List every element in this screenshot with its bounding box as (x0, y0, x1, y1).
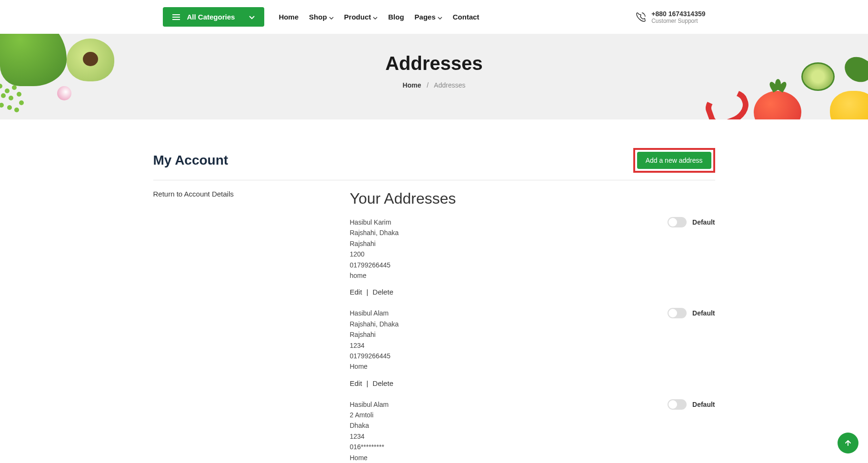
chevron-down-icon (438, 13, 442, 21)
menu-item-contact[interactable]: Contact (453, 13, 479, 21)
address-postal: 1200 (350, 249, 399, 259)
radish-decoration (57, 86, 71, 100)
chevron-down-icon (249, 13, 255, 21)
address-postal: 1234 (350, 431, 389, 442)
address-actions: Edit | Delete (350, 288, 715, 296)
address-block: Hasibul Karim Rajshahi, Dhaka Rajshahi 1… (350, 217, 715, 296)
delete-link[interactable]: Delete (373, 288, 393, 296)
default-toggle[interactable] (668, 399, 687, 410)
address-row: Hasibul Alam Rajshahi, Dhaka Rajshahi 12… (350, 308, 715, 372)
breadcrumb-current: Addresses (434, 81, 465, 89)
menu-item-home[interactable]: Home (279, 13, 299, 21)
address-type: Home (350, 453, 389, 463)
default-label: Default (692, 218, 715, 226)
default-label: Default (692, 309, 715, 317)
delete-link[interactable]: Delete (373, 379, 393, 387)
addresses-title: Your Addresses (350, 190, 715, 207)
address-name: Hasibul Alam (350, 399, 389, 410)
menu-link-blog[interactable]: Blog (388, 13, 404, 21)
address-phone: 01799266445 (350, 260, 399, 270)
address-phone: 01799266445 (350, 351, 399, 361)
address-name: Hasibul Alam (350, 308, 399, 318)
lettuce-decoration (0, 34, 67, 86)
action-separator: | (367, 379, 369, 387)
address-name: Hasibul Karim (350, 217, 399, 227)
cucumber-decoration (801, 62, 835, 91)
yellow-pepper-decoration (830, 91, 868, 119)
nav-left-group: All Categories Home Shop Product (163, 7, 479, 27)
default-toggle-group: Default (668, 217, 715, 227)
address-block: Hasibul Alam 2 Amtoli Dhaka 1234 016****… (350, 399, 715, 463)
address-street: Rajshahi, Dhaka (350, 227, 399, 238)
account-header: My Account Add a new address (153, 148, 715, 180)
main-menu: Home Shop Product Blog Pages (279, 13, 479, 21)
address-city: Rajshahi (350, 238, 399, 249)
categories-label: All Categories (187, 13, 235, 21)
address-row: Hasibul Alam 2 Amtoli Dhaka 1234 016****… (350, 399, 715, 463)
support-label: Customer Support (651, 18, 705, 24)
hamburger-icon (172, 14, 180, 20)
decoration-right (678, 48, 868, 119)
menu-link-pages[interactable]: Pages (415, 13, 436, 21)
menu-item-pages[interactable]: Pages (415, 13, 442, 21)
default-toggle-group: Default (668, 399, 715, 410)
basil-decoration (840, 52, 868, 87)
add-address-highlight: Add a new address (633, 148, 715, 173)
address-actions: Edit | Delete (350, 379, 715, 387)
address-street: 2 Amtoli (350, 410, 389, 420)
peas-decoration (0, 81, 43, 119)
edit-link[interactable]: Edit (350, 379, 362, 387)
action-separator: | (367, 288, 369, 296)
edit-link[interactable]: Edit (350, 288, 362, 296)
chevron-down-icon (373, 13, 378, 21)
phone-icon (635, 11, 647, 23)
addresses-section: Your Addresses Hasibul Karim Rajshahi, D… (350, 190, 715, 463)
address-details: Hasibul Alam 2 Amtoli Dhaka 1234 016****… (350, 399, 389, 463)
address-phone: 016********* (350, 442, 389, 452)
address-row: Hasibul Karim Rajshahi, Dhaka Rajshahi 1… (350, 217, 715, 281)
account-title: My Account (153, 153, 229, 168)
return-link[interactable]: Return to Account Details (153, 190, 234, 198)
address-details: Hasibul Karim Rajshahi, Dhaka Rajshahi 1… (350, 217, 399, 281)
address-block: Hasibul Alam Rajshahi, Dhaka Rajshahi 12… (350, 308, 715, 387)
menu-link-product[interactable]: Product (344, 13, 371, 21)
default-toggle-group: Default (668, 308, 715, 318)
avocado-decoration (67, 39, 114, 81)
address-type: Home (350, 361, 399, 372)
address-city: Rajshahi (350, 329, 399, 340)
categories-button[interactable]: All Categories (163, 7, 265, 27)
chevron-down-icon (329, 13, 334, 21)
default-toggle[interactable] (668, 308, 687, 318)
add-address-button[interactable]: Add a new address (637, 152, 711, 169)
phone-number: +880 1674314359 (651, 10, 705, 18)
tomato-leaf-decoration (768, 81, 787, 96)
menu-link-shop[interactable]: Shop (309, 13, 327, 21)
contact-info: +880 1674314359 Customer Support (635, 10, 705, 24)
contact-text: +880 1674314359 Customer Support (651, 10, 705, 24)
account-sidebar: Return to Account Details (153, 190, 350, 463)
menu-item-product[interactable]: Product (344, 13, 378, 21)
scroll-top-button[interactable] (838, 433, 858, 453)
hero-banner: Addresses Home / Addresses (0, 34, 868, 119)
address-postal: 1234 (350, 340, 399, 351)
default-toggle[interactable] (668, 217, 687, 227)
breadcrumb-home-link[interactable]: Home (403, 81, 421, 89)
menu-item-blog[interactable]: Blog (388, 13, 404, 21)
default-label: Default (692, 401, 715, 408)
menu-link-contact[interactable]: Contact (453, 13, 479, 21)
address-details: Hasibul Alam Rajshahi, Dhaka Rajshahi 12… (350, 308, 399, 372)
main-content: My Account Add a new address Return to A… (153, 119, 715, 463)
content-row: Return to Account Details Your Addresses… (153, 190, 715, 463)
pepper-decoration (702, 85, 754, 119)
arrow-up-icon (844, 439, 852, 447)
header-navigation: All Categories Home Shop Product (163, 0, 706, 34)
menu-link-home[interactable]: Home (279, 13, 299, 21)
decoration-left (0, 34, 133, 119)
address-city: Dhaka (350, 420, 389, 431)
address-street: Rajshahi, Dhaka (350, 319, 399, 329)
address-type: home (350, 270, 399, 281)
breadcrumb-separator: / (427, 81, 429, 89)
menu-item-shop[interactable]: Shop (309, 13, 334, 21)
